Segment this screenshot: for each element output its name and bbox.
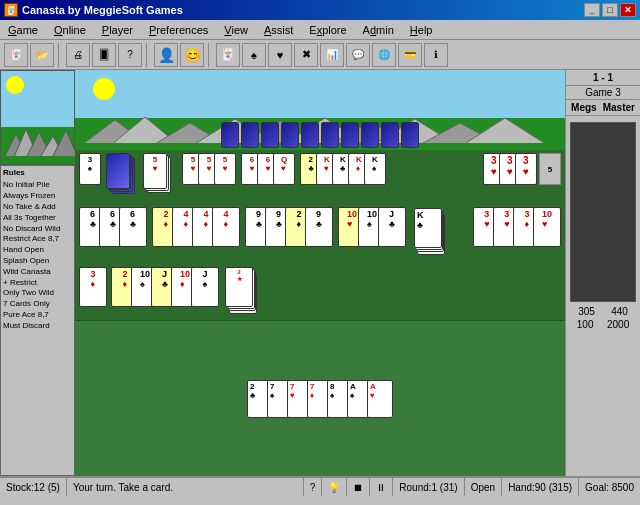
opp-meld-3h: 3♥ 3♥ 3♥ 5 bbox=[483, 153, 561, 185]
tb-face[interactable]: 😊 bbox=[180, 43, 204, 67]
tb-open[interactable]: 📂 bbox=[30, 43, 54, 67]
score-chart bbox=[570, 122, 636, 302]
player2-name: Master bbox=[603, 102, 635, 113]
score-row2: 100 2000 bbox=[570, 319, 636, 330]
menu-view[interactable]: View bbox=[216, 22, 256, 38]
menu-admin[interactable]: Admin bbox=[355, 22, 402, 38]
hint-btn[interactable]: 💡 bbox=[322, 478, 347, 496]
player-meld-3h: 3♥ 3♥ 3♦ 10♥ bbox=[473, 207, 561, 247]
tb-card3[interactable]: ♥ bbox=[268, 43, 292, 67]
right-panel: 1 - 1 Game 3 Megs Master 305 440 100 200… bbox=[565, 70, 640, 476]
rules-box: Rules No Initial Pile Always Frozen No T… bbox=[0, 165, 75, 476]
tb-cards[interactable]: 🂠 bbox=[92, 43, 116, 67]
tb-chat[interactable]: 💬 bbox=[346, 43, 370, 67]
tb-new[interactable]: 🃏 bbox=[4, 43, 28, 67]
tb-player[interactable]: 👤 bbox=[154, 43, 178, 67]
toolbar: 🃏 📂 🖨 🂠 ? 👤 😊 🃏 ♠ ♥ ✖ 📊 💬 🌐 💳 ℹ bbox=[0, 40, 640, 70]
tb-sep2 bbox=[146, 43, 150, 67]
mountain-decoration bbox=[1, 124, 76, 164]
stock-status: Stock:12 (5) bbox=[0, 478, 67, 496]
tb-wallet[interactable]: 💳 bbox=[398, 43, 422, 67]
titlebar: 🃏 Canasta by MeggieSoft Games _ □ ✕ bbox=[0, 0, 640, 20]
opp-meld-6h: 6♥ 6♥ Q♥ bbox=[241, 153, 295, 185]
message-status: Your turn. Take a card. bbox=[67, 478, 304, 496]
menu-player[interactable]: Player bbox=[94, 22, 141, 38]
player-single-3d[interactable]: 3♦ bbox=[79, 267, 107, 307]
menu-help[interactable]: Help bbox=[402, 22, 441, 38]
tb-deal[interactable]: 🃏 bbox=[216, 43, 240, 67]
player1-name: Megs bbox=[571, 102, 597, 113]
rules-list: No Initial Pile Always Frozen No Take & … bbox=[3, 180, 72, 331]
statusbar: Stock:12 (5) Your turn. Take a card. ? 💡… bbox=[0, 476, 640, 496]
titlebar-controls: _ □ ✕ bbox=[584, 3, 636, 17]
lower-melds-area: 3♦ 2♦ 10♠ J♣ 10♦ J♠ J★ bbox=[75, 265, 565, 320]
stock-pile[interactable] bbox=[106, 153, 136, 197]
player-meld-stacked[interactable]: K♣ bbox=[413, 207, 451, 257]
svg-rect-5 bbox=[1, 156, 76, 164]
menu-online[interactable]: Online bbox=[46, 22, 94, 38]
close-button[interactable]: ✕ bbox=[620, 3, 636, 17]
score1-value: 305 bbox=[578, 306, 595, 317]
total2-value: 2000 bbox=[607, 319, 629, 330]
goal-status: Goal: 8500 bbox=[579, 478, 640, 496]
discard-pile[interactable]: 5♥ bbox=[143, 153, 173, 197]
hand-card-ah[interactable]: A♥ bbox=[367, 380, 393, 418]
help-btn[interactable]: ? bbox=[304, 478, 323, 496]
maximize-button[interactable]: □ bbox=[602, 3, 618, 17]
top-scene bbox=[75, 70, 565, 150]
pause-btn[interactable]: ⏸ bbox=[370, 478, 393, 496]
titlebar-left: 🃏 Canasta by MeggieSoft Games bbox=[4, 3, 183, 17]
tb-card4[interactable]: ✖ bbox=[294, 43, 318, 67]
tb-sep3 bbox=[208, 43, 212, 67]
upper-melds-area: 3♠ 5♥ 5♥ 5♥ 5♥ 6♥ bbox=[75, 150, 565, 205]
left-panel: Rules No Initial Pile Always Frozen No T… bbox=[0, 70, 75, 476]
menu-preferences[interactable]: Preferences bbox=[141, 22, 216, 38]
app-icon: 🃏 bbox=[4, 3, 18, 17]
lower-meld-stacked[interactable]: J★ bbox=[225, 267, 263, 317]
tb-help[interactable]: ? bbox=[118, 43, 142, 67]
stop-btn[interactable]: ⏹ bbox=[347, 478, 370, 496]
opp-meld-3s: 3♠ bbox=[79, 153, 101, 185]
tb-card2[interactable]: ♠ bbox=[242, 43, 266, 67]
opp-meld-5h: 5♥ 5♥ 5♥ bbox=[182, 153, 236, 185]
minimize-button[interactable]: _ bbox=[584, 3, 600, 17]
player-scene bbox=[0, 70, 75, 165]
menu-assist[interactable]: Assist bbox=[256, 22, 301, 38]
sun-decoration bbox=[6, 76, 24, 94]
menubar: Game Online Player Preferences View Assi… bbox=[0, 20, 640, 40]
tb-info[interactable]: ℹ bbox=[424, 43, 448, 67]
tb-sep1 bbox=[58, 43, 62, 67]
menu-explore[interactable]: Explore bbox=[301, 22, 354, 38]
total1-value: 100 bbox=[577, 319, 594, 330]
top-sun bbox=[93, 78, 115, 100]
opponent-cards bbox=[221, 122, 419, 148]
player-meld-4d: 2♦ 4♦ 4♦ 4♦ bbox=[152, 207, 240, 247]
rules-title: Rules bbox=[3, 168, 72, 178]
tb-score[interactable]: 📊 bbox=[320, 43, 344, 67]
lower-meld-group1: 2♦ 10♠ J♣ 10♦ J♠ bbox=[111, 267, 219, 307]
player-hand: 2♣ 7♠ 7♥ 7♦ 8♠ A♠ A♥ bbox=[75, 320, 565, 476]
menu-game[interactable]: Game bbox=[0, 22, 46, 38]
player-meld-6c: 6♣ 6♣ 6♣ bbox=[79, 207, 147, 247]
opp-score-display: 5 bbox=[539, 153, 561, 185]
player-meld-9c: 9♣ 9♣ 2♦ 9♣ bbox=[245, 207, 333, 247]
score2-value: 440 bbox=[611, 306, 628, 317]
score-round: 1 - 1 bbox=[566, 70, 640, 86]
tb-print[interactable]: 🖨 bbox=[66, 43, 90, 67]
center-table: 3♠ 5♥ 5♥ 5♥ 5♥ 6♥ bbox=[75, 70, 565, 476]
opp-meld-k: 2♣ K♥ K♣ K♦ K♠ bbox=[300, 153, 386, 185]
round-status: Round:1 (31) bbox=[393, 478, 464, 496]
score-game: Game 3 bbox=[566, 86, 640, 100]
hand-status: Hand:90 (315) bbox=[502, 478, 579, 496]
score-row1: 305 440 bbox=[570, 306, 636, 317]
score-area: 305 440 100 2000 bbox=[566, 116, 640, 476]
tb-globe[interactable]: 🌐 bbox=[372, 43, 396, 67]
player-meld-10: 10♥ 10♠ J♣ bbox=[338, 207, 406, 247]
score-names: Megs Master bbox=[566, 100, 640, 116]
middle-play-area: 6♣ 6♣ 6♣ 2♦ 4♦ 4♦ 4♦ 9♣ 9♣ 2♦ 9♣ 10♥ 1 bbox=[75, 205, 565, 265]
game-area: Rules No Initial Pile Always Frozen No T… bbox=[0, 70, 640, 476]
state-status: Open bbox=[465, 478, 502, 496]
app-title: Canasta by MeggieSoft Games bbox=[22, 4, 183, 16]
